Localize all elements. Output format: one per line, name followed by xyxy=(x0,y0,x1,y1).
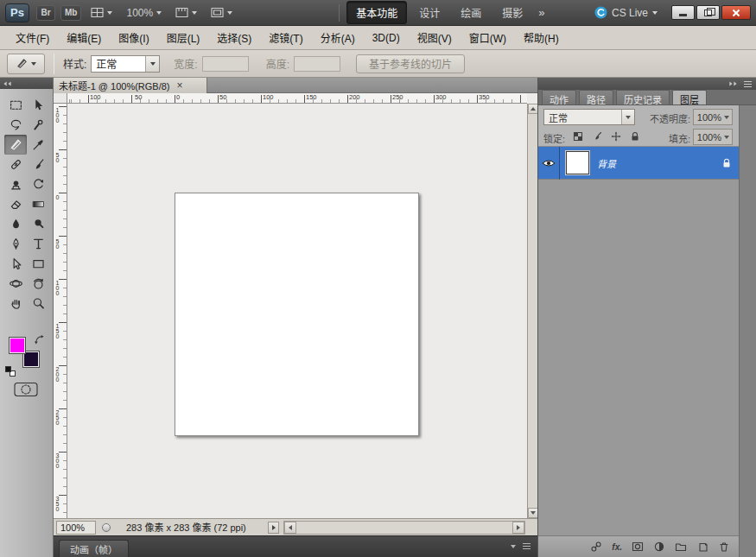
style-select[interactable]: 正常 xyxy=(91,55,160,73)
menu-item[interactable]: 图像(I) xyxy=(110,26,157,49)
menu-item[interactable]: 分析(A) xyxy=(312,26,364,49)
zoom-level-dropdown[interactable]: 100% xyxy=(122,5,166,21)
tool-move[interactable] xyxy=(27,95,49,115)
tool-rectangular-marquee[interactable] xyxy=(4,95,27,115)
panel-tab[interactable]: 路径 xyxy=(579,90,613,104)
menu-item[interactable]: 帮助(H) xyxy=(515,26,568,49)
tool-quick-selection[interactable] xyxy=(27,115,49,135)
tool-preset-picker[interactable] xyxy=(7,54,45,74)
tool-spot-healing-brush[interactable] xyxy=(4,155,27,174)
workspace-button[interactable]: 基本功能 xyxy=(346,1,407,24)
tool-eyedropper[interactable] xyxy=(27,135,49,155)
layer-thumbnail[interactable] xyxy=(566,151,589,174)
minimize-button[interactable] xyxy=(671,5,695,20)
scroll-left-button[interactable] xyxy=(284,522,296,534)
window-controls xyxy=(671,5,751,20)
tool-3d-camera-rotate[interactable] xyxy=(27,274,49,294)
panel-tab[interactable]: 动作 xyxy=(542,90,576,104)
layer-row[interactable]: 背景 xyxy=(538,147,739,180)
tool-blur[interactable] xyxy=(4,214,27,234)
lock-all-button[interactable] xyxy=(628,129,642,144)
document-title: 未标题-1 @ 100%(RGB/8) xyxy=(59,79,170,92)
default-colors-icon[interactable] xyxy=(5,366,16,377)
workspace-button[interactable]: 摄影 xyxy=(493,2,531,23)
menu-item[interactable]: 窗口(W) xyxy=(461,26,515,49)
quick-mask-button[interactable] xyxy=(14,382,38,400)
ruler-origin-corner[interactable] xyxy=(54,93,67,104)
new-layer-icon[interactable] xyxy=(696,541,708,553)
tool-brush[interactable] xyxy=(27,155,49,174)
tool-type[interactable] xyxy=(27,234,49,254)
scroll-right-button[interactable] xyxy=(512,522,524,534)
view-extras-dropdown[interactable] xyxy=(171,5,201,20)
tool-rectangle-shape[interactable] xyxy=(27,254,49,274)
tool-hand[interactable] xyxy=(4,294,27,313)
menu-item[interactable]: 文件(F) xyxy=(7,26,58,49)
tool-gradient[interactable] xyxy=(27,194,49,214)
lock-position-button[interactable] xyxy=(609,129,623,144)
tool-clone-stamp[interactable] xyxy=(4,174,27,194)
tool-eraser[interactable] xyxy=(4,194,27,214)
workspace-button[interactable]: 设计 xyxy=(410,2,448,23)
vertical-scrollbar[interactable] xyxy=(527,104,537,518)
foreground-color-swatch[interactable] xyxy=(9,337,26,354)
layer-visibility-toggle[interactable] xyxy=(538,147,560,180)
pasteboard[interactable] xyxy=(67,104,527,518)
menu-item[interactable]: 滤镜(T) xyxy=(260,26,311,49)
screen-mode-dropdown[interactable] xyxy=(206,5,237,20)
menu-item[interactable]: 视图(V) xyxy=(409,26,461,49)
workspace-button[interactable]: 绘画 xyxy=(452,2,490,23)
workspace-overflow-button[interactable]: » xyxy=(538,6,544,19)
layer-name[interactable]: 背景 xyxy=(597,156,616,170)
opacity-field[interactable]: 100% xyxy=(693,109,733,125)
panel-tab[interactable]: 图层 xyxy=(672,90,707,104)
lock-transparency-button[interactable] xyxy=(571,129,585,144)
horizontal-ruler[interactable]: 10050050100150200250300350 xyxy=(67,93,527,104)
cs-live-dropdown[interactable]: CS Live xyxy=(594,6,658,19)
canvas[interactable] xyxy=(175,193,419,436)
menu-item[interactable]: 图层(L) xyxy=(158,26,209,49)
document-tab[interactable]: 未标题-1 @ 100%(RGB/8) × xyxy=(54,78,207,93)
close-tab-icon[interactable]: × xyxy=(177,80,183,91)
tools-panel-header[interactable] xyxy=(0,78,53,89)
add-layer-mask-icon[interactable] xyxy=(632,541,644,553)
layer-style-icon[interactable]: fx. xyxy=(612,542,622,552)
tool-3d-object-rotate[interactable] xyxy=(4,274,27,294)
adjustment-layer-icon[interactable] xyxy=(653,541,665,553)
status-menu-button[interactable] xyxy=(268,522,279,534)
width-input[interactable] xyxy=(202,56,249,72)
link-layers-icon[interactable] xyxy=(590,541,602,553)
status-zoom-field[interactable]: 100% xyxy=(56,521,96,535)
tool-dodge[interactable] xyxy=(27,214,49,234)
panel-menu-icon[interactable] xyxy=(744,81,752,82)
launch-bridge-button[interactable]: Br xyxy=(36,5,55,21)
close-button[interactable] xyxy=(721,5,751,20)
menu-item[interactable]: 选择(S) xyxy=(208,26,260,49)
lock-pixels-button[interactable] xyxy=(590,129,604,144)
tool-zoom[interactable] xyxy=(27,294,49,313)
launch-mini-bridge-button[interactable]: Mb xyxy=(60,5,81,21)
chevron-down-icon[interactable] xyxy=(511,545,516,548)
fill-field[interactable]: 100% xyxy=(693,129,733,145)
delete-layer-icon[interactable] xyxy=(718,541,730,553)
panel-menu-icon[interactable] xyxy=(523,543,530,544)
tool-history-brush[interactable] xyxy=(27,174,49,194)
vertical-ruler[interactable]: 10050050100150200250300350 xyxy=(54,104,67,518)
menu-item[interactable]: 编辑(E) xyxy=(58,26,110,49)
swap-colors-icon[interactable] xyxy=(35,335,45,348)
layout-picker-dropdown[interactable] xyxy=(86,5,117,20)
collapse-to-icons-icon[interactable] xyxy=(729,81,737,86)
panel-tab[interactable]: 历史记录 xyxy=(616,90,670,104)
tool-path-selection[interactable] xyxy=(4,254,27,274)
slices-from-guides-button[interactable]: 基于参考线的切片 xyxy=(356,54,465,73)
tool-lasso[interactable] xyxy=(4,115,27,135)
restore-button[interactable] xyxy=(696,5,720,20)
blend-mode-select[interactable]: 正常 xyxy=(543,109,635,125)
height-input[interactable] xyxy=(294,56,340,72)
animation-panel-tab[interactable]: 动画（帧） xyxy=(59,540,129,557)
tool-slice[interactable] xyxy=(4,135,27,155)
new-group-icon[interactable] xyxy=(675,541,687,553)
menu-item[interactable]: 3D(D) xyxy=(364,28,409,48)
horizontal-scrollbar[interactable] xyxy=(283,521,525,535)
tool-pen[interactable] xyxy=(4,234,27,254)
